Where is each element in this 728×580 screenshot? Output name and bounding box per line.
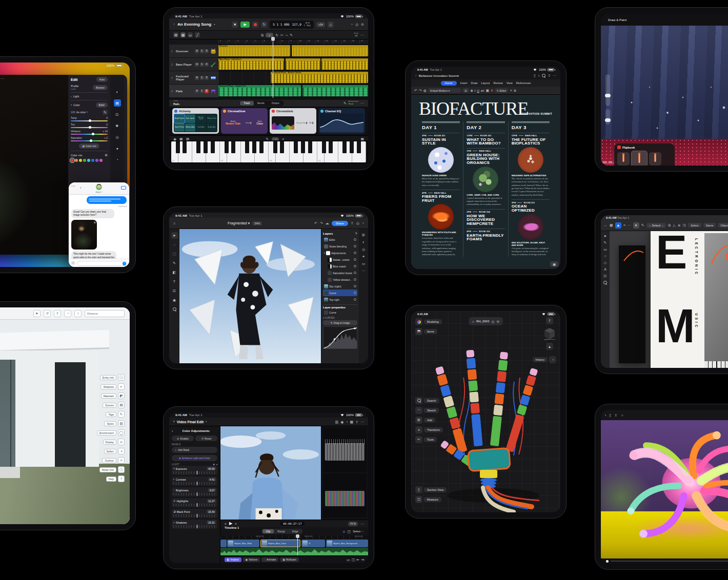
slider-brightness[interactable]: ○Brightness9.07 [172, 487, 217, 496]
viewer[interactable] [220, 426, 321, 520]
sketch-button[interactable]: Sketch [424, 408, 439, 413]
node-tool-icon[interactable]: ✎ [641, 223, 644, 227]
plugin-chromaglow[interactable]: ChromaGlow ModelModern Tube Drive StyleC… [221, 108, 268, 134]
preset[interactable]: Minimal Arp [185, 123, 195, 132]
font-select[interactable]: Antipol Medium ▾ [428, 88, 461, 93]
layer-row[interactable]: Edits [323, 236, 357, 243]
tab-review[interactable]: Review [493, 81, 502, 85]
power-icon[interactable]: ⊖ [361, 23, 364, 26]
measurement-input[interactable] [85, 310, 125, 317]
italic-button[interactable]: I [474, 89, 475, 92]
magenta-dot[interactable] [99, 159, 103, 162]
preset[interactable]: Epic Synth [185, 114, 195, 123]
clip-partial[interactable] [220, 540, 227, 547]
inspect-button[interactable]: ◧ Inspect [225, 557, 241, 562]
blue-dot[interactable] [91, 159, 94, 162]
animate-button[interactable]: ◌ Animate [261, 557, 278, 562]
preset[interactable]: Dark Arp [196, 123, 206, 132]
more-icon[interactable]: ⋯ [553, 74, 556, 77]
redo-icon[interactable]: ↷ [419, 89, 422, 92]
font-color-icon[interactable]: A [491, 89, 493, 92]
mute-button[interactable]: M [195, 63, 199, 67]
eyedropper-tool-icon[interactable]: ◉ [171, 297, 178, 303]
draw-icon[interactable]: ✎ [290, 33, 293, 37]
adjustment-icon[interactable]: ◐ [362, 240, 365, 244]
timeline-ruler[interactable]: 1234567891011121314151617 [218, 39, 368, 45]
timer-icon[interactable]: ◔ [346, 420, 348, 424]
same-button[interactable]: Same [703, 223, 716, 227]
piano-keys[interactable]: C1 C2 C3 C4 [171, 141, 366, 162]
document-switcher[interactable]: ⌂ RH_0003 ◎ ⊖ [469, 317, 503, 325]
arm-button[interactable]: R [205, 49, 209, 53]
frame-thumbnail[interactable] [617, 152, 630, 165]
lens-icon[interactable]: ● [114, 144, 121, 152]
connect-icon[interactable]: ∞ [343, 530, 346, 533]
mobile-view-icon[interactable]: ▯ [534, 74, 536, 77]
model-info-button[interactable]: Model Infoⓘ [99, 466, 125, 473]
share-icon[interactable]: ⇧ [548, 74, 551, 77]
decay-knob[interactable]: Decay Time [296, 122, 307, 125]
project-title[interactable]: Video Final Edit [177, 420, 204, 424]
wet-knob[interactable]: Wet [309, 122, 313, 125]
purple-dot[interactable] [95, 159, 98, 162]
eyedropper-icon[interactable]: ✎ [103, 110, 108, 115]
region-drummer[interactable]: Drummer [218, 45, 290, 56]
undo-icon[interactable]: ↺ [44, 310, 51, 317]
solo-button[interactable]: S [200, 76, 204, 80]
eraser-tool-icon[interactable]: ◧ [171, 269, 178, 276]
boolean-icon[interactable]: ◳ [683, 223, 686, 227]
settings-icon[interactable]: ◔ [362, 221, 364, 225]
tab-insert[interactable]: Insert [460, 81, 468, 85]
yellow-dot[interactable] [79, 159, 82, 162]
region-pads-2[interactable] [302, 85, 368, 96]
zoom-tool-icon[interactable] [603, 281, 607, 285]
list-icon[interactable]: ≣ [514, 89, 517, 92]
chevron-down-icon[interactable]: ▾ [206, 421, 207, 423]
tab-home[interactable]: Home [441, 81, 457, 86]
search-icon[interactable] [542, 74, 545, 78]
arm-button[interactable]: R [205, 63, 209, 67]
ideas-icon[interactable]: ○ [538, 74, 540, 77]
color-mix-row[interactable]: Color mix [71, 154, 83, 157]
comment-icon[interactable]: ▭ [362, 262, 366, 265]
layer-group-row[interactable]: ▾Adjustments [323, 250, 357, 256]
piano-keyboard[interactable]: C1 C2 C3 C4 [169, 140, 368, 164]
slider-vibrance[interactable]: Vibrance+ 14 [71, 130, 108, 135]
clip-selected[interactable]: Skyline_Blue_Close [260, 540, 300, 547]
home-icon[interactable]: ⌂ [472, 320, 474, 323]
measure-icon[interactable]: ◫ [415, 496, 422, 503]
brush-opacity-slider[interactable] [605, 109, 610, 125]
lcd-display[interactable]: 5 1 1 086 127,0 4/4C maj [270, 20, 314, 29]
tools-icon[interactable]: ✂ [415, 436, 422, 443]
share-button[interactable]: Share [332, 221, 348, 226]
add-layer-icon[interactable]: ⊞ [362, 233, 365, 237]
plugin-alchemy[interactable]: Alchemy Bright Synth Epic Synth Metallic… [172, 108, 219, 134]
crop-icon[interactable]: ⊡ [114, 111, 121, 118]
slider-saturation[interactable]: Saturation+ 2 [71, 137, 108, 141]
arm-button[interactable]: R [205, 76, 209, 80]
track-lane[interactable]: Keyboard Player - Simple Pad [218, 85, 368, 98]
stop-button[interactable]: ■ [232, 22, 238, 28]
edit-icon[interactable]: ▤ [114, 99, 121, 107]
frame-thumbnail-current[interactable] [631, 151, 648, 165]
text-tool-icon[interactable]: A [604, 267, 606, 271]
case-button[interactable]: aA [481, 89, 484, 92]
history-button[interactable]: History [533, 357, 548, 362]
view-mixer-icon[interactable]: ▦ [180, 32, 186, 37]
multicam-button[interactable]: ▦ Multicam [280, 557, 299, 562]
items-button[interactable]: Items [424, 329, 437, 334]
lock-icon[interactable]: ▯ [609, 413, 611, 417]
orientation-icon[interactable]: ▲ [546, 343, 553, 350]
marquee-tool-icon[interactable]: ⬚ [171, 251, 178, 257]
back-icon[interactable]: ‹ [415, 74, 417, 78]
overwrite-icon[interactable]: ◫ [348, 530, 351, 533]
solo-button[interactable]: S [200, 63, 204, 67]
chevron-down-icon[interactable]: ▾ [214, 24, 215, 26]
region-pads[interactable]: Keyboard Player - Simple Pad [218, 85, 301, 96]
poster-artboard[interactable]: E LECTRONIC M USIC [651, 231, 728, 368]
grid-icon[interactable]: ▦ [610, 223, 613, 227]
notifications-icon[interactable]: ○ [74, 310, 82, 317]
wb-value[interactable]: As shot [76, 111, 86, 114]
tab-sends[interactable]: Sends [254, 101, 268, 106]
underline-button[interactable]: U [477, 89, 479, 92]
